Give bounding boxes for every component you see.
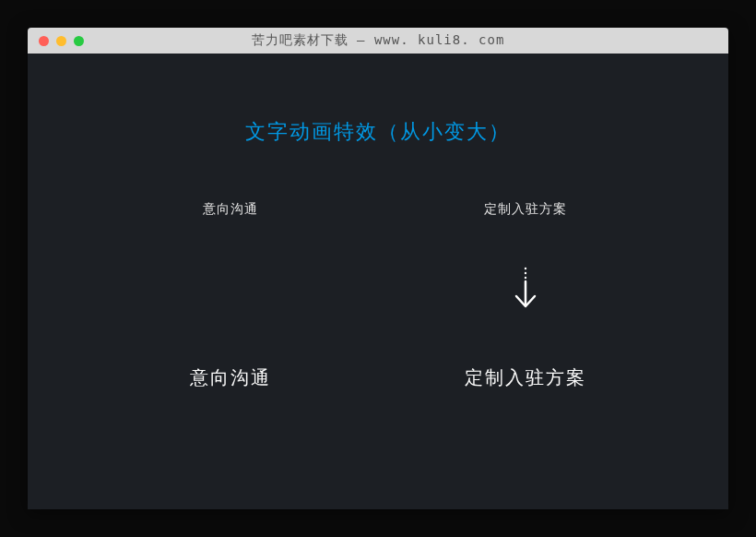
- arrow-down-icon: [512, 267, 539, 316]
- page-title: 文字动画特效（从小变大）: [83, 118, 673, 146]
- content-area: 文字动画特效（从小变大） 意向沟通 定制入驻方案 意向沟通 定制入驻方案: [28, 54, 728, 509]
- arrow-cell: [512, 264, 539, 319]
- label-small-right: 定制入驻方案: [484, 201, 567, 218]
- label-large-left: 意向沟通: [190, 365, 271, 390]
- demo-grid: 意向沟通 定制入驻方案 意向沟通 定制入驻方案: [83, 201, 673, 390]
- window-title: 苦力吧素材下载 — www. kuli8. com: [28, 32, 728, 49]
- svg-point-0: [525, 268, 526, 269]
- svg-point-2: [525, 277, 526, 279]
- label-large-right: 定制入驻方案: [465, 365, 586, 390]
- app-window: 苦力吧素材下载 — www. kuli8. com 文字动画特效（从小变大） 意…: [28, 28, 728, 509]
- window-titlebar: 苦力吧素材下载 — www. kuli8. com: [28, 28, 728, 54]
- svg-point-1: [525, 272, 526, 274]
- label-small-left: 意向沟通: [203, 201, 258, 218]
